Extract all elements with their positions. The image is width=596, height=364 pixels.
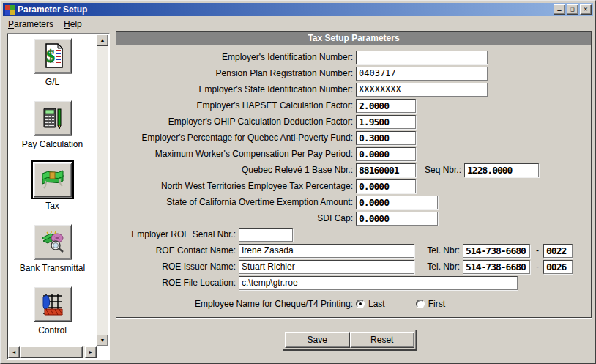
roe-issuer-label: ROE Issuer Name:: [116, 261, 239, 272]
seq-nbr-label: Seq Nbr.:: [420, 165, 464, 175]
control-grid-icon: [40, 291, 65, 316]
sidebar-item-gl[interactable]: $: [34, 38, 72, 73]
close-button[interactable]: ✕: [580, 4, 592, 15]
max-workers-comp-label: Maximum Worker's Compensation Per Pay Pe…: [116, 149, 356, 159]
ohip-label: Employer's OHIP Calculation Deduction Fa…: [116, 116, 356, 127]
radio-first-label: First: [428, 299, 445, 309]
hapset-label: Employer's HAPSET Calculation Factor:: [116, 100, 356, 111]
title-bar: Parameter Setup _ ❑ ✕: [3, 3, 593, 16]
ein-label: Employer's Identification Number:: [116, 52, 356, 62]
field-row-quebec-releve: Quebec Relevé 1 Base Nbr.: Seq Nbr.:: [116, 162, 591, 178]
field-row-quebec-anti-poverty: Employer's Percentage for Quebec Anti-Po…: [116, 130, 591, 146]
sidebar-item-pay-calculation[interactable]: [34, 100, 72, 135]
maximize-button[interactable]: ❑: [567, 4, 578, 15]
pension-input[interactable]: [356, 67, 488, 81]
radio-last-icon[interactable]: [356, 300, 365, 308]
field-row-hapset: Employer's HAPSET Calculation Factor:: [116, 97, 591, 114]
menu-parameters[interactable]: Parameters: [3, 18, 59, 31]
seq-nbr-input[interactable]: [464, 163, 539, 177]
calculator-icon: [40, 105, 65, 130]
bank-transmit-icon: [40, 229, 66, 254]
radio-option-last[interactable]: Last: [356, 299, 385, 309]
sidebar-vertical-scrollbar[interactable]: ▲ ▼: [97, 34, 108, 346]
button-bar: Save Reset: [283, 330, 417, 350]
field-row-nwt-tax: North West Territories Employee Tax Perc…: [116, 178, 591, 194]
quebec-anti-poverty-input[interactable]: [356, 131, 416, 145]
menu-bar: Parameters Help: [3, 17, 593, 31]
parameter-setup-window: Parameter Setup _ ❑ ✕ Parameters Help: [0, 0, 596, 364]
roe-contact-ext-separator: -: [530, 245, 543, 256]
tax-setup-form: Employer's Identification Number: Pensio…: [116, 45, 591, 313]
roe-contact-ext-input[interactable]: [543, 244, 573, 258]
nwt-tax-input[interactable]: [356, 179, 416, 193]
sidebar-horizontal-scrollbar[interactable]: ◄ ►: [8, 346, 97, 358]
app-icon: [5, 5, 15, 15]
scroll-left-icon[interactable]: ◄: [8, 346, 20, 358]
ohip-input[interactable]: [356, 115, 416, 129]
roe-file-input[interactable]: [239, 276, 518, 290]
roe-contact-tel-label: Tel. Nbr:: [420, 245, 463, 256]
roe-issuer-input[interactable]: [239, 260, 414, 274]
ca-overtime-input[interactable]: [356, 196, 438, 209]
sdi-cap-input[interactable]: [356, 212, 438, 226]
sidebar-label-pay-calculation: Pay Calculation: [22, 139, 83, 149]
money-icon: [40, 168, 66, 191]
roe-issuer-ext-input[interactable]: [543, 260, 573, 274]
radio-option-first[interactable]: First: [416, 299, 445, 309]
field-row-roe-issuer: ROE Issuer Name: Tel. Nbr: -: [116, 259, 591, 275]
ca-overtime-label: State of California Overtime Exemption A…: [116, 197, 356, 207]
field-row-ein: Employer's Identification Number:: [116, 49, 591, 65]
radio-last-label: Last: [368, 299, 385, 309]
roe-issuer-tel-label: Tel. Nbr:: [420, 261, 463, 272]
hapset-input[interactable]: [356, 99, 416, 113]
sdi-cap-label: SDI Cap:: [116, 213, 356, 223]
reset-button[interactable]: Reset: [350, 332, 415, 348]
gl-ledger-icon: $: [40, 42, 65, 69]
field-row-pension: Pension Plan Registration Number:: [116, 65, 591, 81]
field-row-roe-file: ROE File Location:: [116, 275, 591, 291]
sidebar-item-bank-transmittal[interactable]: [34, 224, 72, 259]
max-workers-comp-input[interactable]: [356, 147, 416, 161]
sidebar-label-bank-transmittal: Bank Transmittal: [20, 263, 85, 273]
sidebar-label-gl: G/L: [45, 77, 59, 87]
roe-contact-input[interactable]: [239, 244, 414, 258]
svg-text:$: $: [46, 46, 55, 65]
scrollbar-thumb[interactable]: [20, 346, 83, 358]
sidebar-item-tax[interactable]: [34, 163, 72, 198]
roe-issuer-tel-input[interactable]: [463, 260, 530, 274]
scroll-right-icon[interactable]: ►: [85, 346, 97, 358]
quebec-releve-input[interactable]: [356, 163, 416, 177]
ein-input[interactable]: [356, 51, 488, 64]
roe-contact-label: ROE Contact Name:: [116, 245, 239, 256]
sidebar-label-tax: Tax: [45, 201, 59, 211]
radio-first-icon[interactable]: [416, 300, 425, 308]
sidebar: $ G/L: [7, 33, 110, 360]
field-row-state-id: Employer's State Identification Number:: [116, 81, 591, 97]
state-id-input[interactable]: [356, 83, 488, 97]
field-row-roe-serial: Employer ROE Serial Nbr.:: [116, 226, 591, 242]
roe-serial-label: Employer ROE Serial Nbr.:: [116, 229, 239, 239]
window-title: Parameter Setup: [18, 4, 554, 15]
tax-setup-panel: Tax Setup Parameters Employer's Identifi…: [116, 31, 592, 318]
field-row-ohip: Employer's OHIP Calculation Deduction Fa…: [116, 114, 591, 130]
save-button[interactable]: Save: [285, 332, 350, 348]
minimize-button[interactable]: _: [554, 4, 565, 15]
quebec-releve-label: Quebec Relevé 1 Base Nbr.:: [116, 165, 356, 175]
nwt-tax-label: North West Territories Employee Tax Perc…: [116, 181, 356, 191]
field-row-ca-overtime: State of California Overtime Exemption A…: [116, 194, 591, 210]
pension-label: Pension Plan Registration Number:: [116, 68, 356, 78]
sidebar-label-control: Control: [38, 325, 67, 335]
roe-serial-input[interactable]: [239, 228, 293, 242]
menu-help[interactable]: Help: [59, 18, 87, 31]
roe-contact-tel-input[interactable]: [463, 244, 530, 258]
name-printing-label: Employee Name for Cheque/T4 Printing:: [116, 299, 356, 309]
panel-title: Tax Setup Parameters: [116, 32, 591, 45]
field-row-roe-contact: ROE Contact Name: Tel. Nbr: -: [116, 242, 591, 259]
sidebar-item-control[interactable]: [34, 286, 72, 322]
field-row-max-workers-comp: Maximum Worker's Compensation Per Pay Pe…: [116, 146, 591, 162]
scroll-up-icon[interactable]: ▲: [97, 34, 108, 46]
state-id-label: Employer's State Identification Number:: [116, 84, 356, 94]
scroll-down-icon[interactable]: ▼: [97, 335, 108, 346]
roe-file-label: ROE File Location:: [116, 278, 239, 288]
roe-issuer-ext-separator: -: [530, 261, 543, 272]
